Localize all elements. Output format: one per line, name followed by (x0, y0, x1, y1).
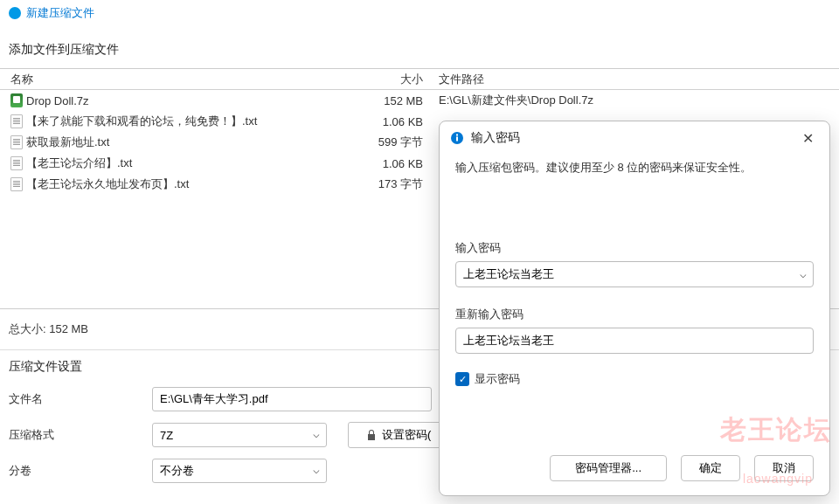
password-confirm-label: 重新输入密码 (455, 307, 814, 322)
window-title: 新建压缩文件 (26, 5, 94, 21)
col-size-header[interactable]: 大小 (346, 72, 433, 87)
ok-button[interactable]: 确定 (681, 455, 740, 481)
text-file-icon (10, 135, 23, 149)
checkbox-checked-icon[interactable]: ✓ (455, 372, 469, 386)
password-label: 输入密码 (455, 240, 814, 256)
archive-icon (10, 93, 23, 107)
dialog-footer: 密码管理器... 确定 取消 (440, 445, 829, 495)
list-header: 名称 大小 文件路径 (0, 69, 839, 90)
text-file-icon (10, 114, 23, 128)
format-label: 压缩格式 (9, 427, 140, 443)
text-file-icon (10, 156, 23, 170)
dialog-header: 输入密码 ✕ (440, 121, 829, 155)
set-password-label: 设置密码( (382, 427, 431, 443)
show-password-label: 显示密码 (475, 371, 520, 387)
password-dialog: 输入密码 ✕ 输入压缩包密码。建议使用至少 8 位的密码来保证安全性。 输入密码… (439, 121, 830, 496)
file-size: 1.06 KB (346, 115, 433, 128)
dialog-title: 输入密码 (471, 130, 520, 146)
filename-label: 文件名 (9, 391, 140, 407)
format-select[interactable] (152, 423, 327, 447)
window-title-bar: 新建压缩文件 (0, 0, 839, 26)
file-name: 【来了就能下载和观看的论坛，纯免费！】.txt (26, 114, 257, 129)
file-name: 获取最新地址.txt (26, 135, 109, 150)
file-name: 【老王论坛永久地址发布页】.txt (26, 176, 189, 192)
set-password-button[interactable]: 设置密码( (348, 422, 449, 448)
split-select[interactable] (152, 459, 327, 483)
col-path-header[interactable]: 文件路径 (433, 72, 834, 87)
app-icon (9, 7, 21, 19)
lock-icon (366, 429, 377, 441)
split-label: 分卷 (9, 463, 140, 479)
col-name-header[interactable]: 名称 (5, 72, 346, 87)
dialog-desc: 输入压缩包密码。建议使用至少 8 位的密码来保证安全性。 (455, 160, 814, 176)
cancel-button[interactable]: 取消 (754, 455, 814, 481)
filename-input[interactable] (152, 387, 432, 411)
password-confirm-input[interactable] (455, 328, 814, 354)
page-subtitle: 添加文件到压缩文件 (0, 26, 839, 68)
info-icon (450, 131, 464, 145)
file-size: 152 MB (346, 94, 433, 107)
file-size: 173 字节 (346, 176, 433, 192)
file-size: 599 字节 (346, 135, 433, 150)
file-size: 1.06 KB (346, 157, 433, 170)
file-name: 【老王论坛介绍】.txt (26, 155, 132, 171)
text-file-icon (10, 177, 23, 191)
password-manager-button[interactable]: 密码管理器... (550, 455, 667, 481)
show-password-row[interactable]: ✓ 显示密码 (455, 371, 814, 387)
password-input[interactable] (455, 261, 814, 287)
close-icon[interactable]: ✕ (797, 128, 819, 148)
svg-rect-2 (456, 135, 458, 136)
svg-rect-1 (456, 137, 458, 142)
table-row[interactable]: Drop Doll.7z152 MBE:\GL\新建文件夹\Drop Doll.… (0, 90, 839, 111)
file-name: Drop Doll.7z (26, 94, 89, 107)
file-path: E:\GL\新建文件夹\Drop Doll.7z (433, 93, 834, 108)
